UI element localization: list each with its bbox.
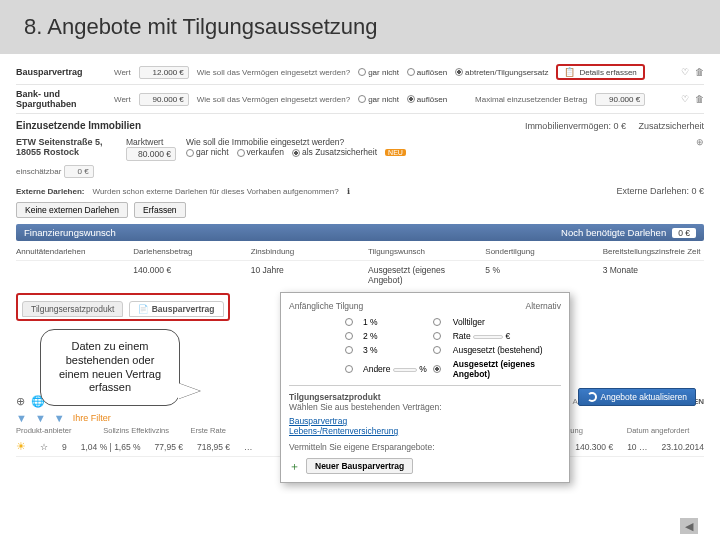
- bsv-value-label: Wert: [114, 68, 131, 77]
- tilgung-popup: Anfängliche Tilgung Alternativ 1 % Vollt…: [280, 292, 570, 483]
- spar-label: Bank- und Sparguthaben: [16, 89, 106, 109]
- annotation-callout: Daten zu einem bestehenden oder einem ne…: [40, 329, 180, 406]
- neu-badge: NEU: [385, 149, 406, 156]
- property-row: ETW Seitenstraße 5, 18055 Rostock Marktw…: [16, 133, 704, 165]
- delete-icon[interactable]: 🗑: [695, 94, 704, 104]
- finbar-right-label: Noch benötigte Darlehen: [561, 227, 666, 238]
- col-sondertilgung: Sondertilgung: [485, 247, 586, 256]
- spar-max-value[interactable]: 90.000 €: [595, 93, 645, 106]
- sun-icon: ☀: [16, 440, 26, 453]
- einschaetzen-label: einschätzbar: [16, 167, 61, 176]
- cell-rate: 77,95 €: [155, 442, 183, 452]
- popup-col1: Anfängliche Tilgung: [289, 301, 363, 311]
- cell-rank: 9: [62, 442, 67, 452]
- filter-icon[interactable]: ▼: [35, 412, 46, 424]
- property-address: ETW Seitenstraße 5, 18055 Rostock: [16, 137, 116, 157]
- col-zinsbindung: Zinsbindung: [251, 247, 352, 256]
- immo-question: Wie soll die Immobilie eingesetzt werden…: [186, 137, 344, 147]
- col-tilgung: Tilgungswunsch: [368, 247, 469, 256]
- bsv-value[interactable]: 12.000 €: [139, 66, 189, 79]
- spar-opt-aufloesen[interactable]: auflösen: [417, 95, 447, 104]
- opt-garnicht[interactable]: gar nicht: [368, 68, 399, 77]
- bsv-options[interactable]: gar nicht auflösen abtreten/Tilgungsersa…: [358, 68, 548, 77]
- slide-title: 8. Angebote mit Tilgungsaussetzung: [24, 14, 696, 40]
- opt-1pct[interactable]: 1 %: [363, 317, 427, 327]
- nav-back-button[interactable]: ◀: [680, 518, 698, 534]
- extd-summary: Externe Darlehen: 0 €: [616, 186, 704, 196]
- detail-icon[interactable]: ⊕: [696, 137, 704, 147]
- favorite-icon[interactable]: ☆: [40, 442, 48, 452]
- tab-bausparvertrag[interactable]: 📄 Bausparvertrag: [129, 301, 223, 317]
- cell-sondertilgung: 5 %: [485, 265, 586, 285]
- opt-andere[interactable]: Andere %: [363, 364, 427, 374]
- col-betrag: Darlehensbetrag: [133, 247, 234, 256]
- clipboard-icon: 📋: [564, 67, 575, 77]
- cell-betrag: 140.000 €: [133, 265, 234, 285]
- opt-2pct[interactable]: 2 %: [363, 331, 427, 341]
- cell-rest: 718,95 €: [197, 442, 230, 452]
- extd-label: Externe Darlehen:: [16, 187, 84, 196]
- einschaetzen-value[interactable]: 0 €: [64, 165, 94, 178]
- tabs-highlight: Tilgungsersatzprodukt 📄 Bausparvertrag: [16, 293, 230, 321]
- opt-abtreten[interactable]: abtreten/Tilgungsersatz: [465, 68, 548, 77]
- immo-summary-label: Immobilienvermögen:: [525, 121, 611, 131]
- darlehen-grid-header: Annuitätendarlehen Darlehensbetrag Zinsb…: [16, 241, 704, 261]
- link-bausparvertrag[interactable]: Bausparvertrag: [289, 416, 561, 426]
- row-sparguthaben: Bank- und Sparguthaben Wert 90.000 € Wie…: [16, 85, 704, 114]
- heart-icon[interactable]: ♡: [681, 67, 689, 77]
- cell-eff: 1,04 % | 1,65 %: [81, 442, 141, 452]
- filter-label: Ihre Filter: [73, 413, 111, 423]
- cell-bind: 10 …: [627, 442, 647, 452]
- immobilien-title: Einzusetzende Immobilien: [16, 114, 141, 133]
- marktwert-label: Marktwert: [126, 137, 163, 147]
- col-type: Annuitätendarlehen: [16, 247, 117, 256]
- darlehen-grid-row[interactable]: 140.000 € 10 Jahre Ausgesetzt (eigenes A…: [16, 261, 704, 289]
- cell-empty: …: [244, 442, 253, 452]
- add-icon[interactable]: ⊕: [16, 395, 25, 408]
- finbar-right-value: 0 €: [672, 228, 696, 238]
- opt-aus-eigenes[interactable]: Ausgesetzt (eigenes Angebot): [453, 359, 561, 379]
- opt-aus-bestehend[interactable]: Ausgesetzt (bestehend): [453, 345, 561, 355]
- filter-icon[interactable]: ▼: [16, 412, 27, 424]
- finbar-title: Finanzierungswunsch: [24, 227, 116, 238]
- spar-opt-garnicht[interactable]: gar nicht: [368, 95, 399, 104]
- spar-value-label: Wert: [114, 95, 131, 104]
- popup-choose-new: Vermitteln Sie eigene Ersparangebote:: [289, 442, 561, 452]
- spar-value[interactable]: 90.000 €: [139, 93, 189, 106]
- tab-tilgungsersatz[interactable]: Tilgungsersatzprodukt: [22, 301, 123, 317]
- btn-keine-externen[interactable]: Keine externen Darlehen: [16, 202, 128, 218]
- ext-darlehen-row: Externe Darlehen: Wurden schon externe D…: [16, 178, 704, 200]
- info-icon[interactable]: ℹ: [347, 187, 350, 196]
- callout-text: Daten zu einem bestehenden oder einem ne…: [40, 329, 180, 406]
- details-erfassen-highlight[interactable]: 📋 Details erfassen: [556, 64, 644, 80]
- finanzierungswunsch-bar: Finanzierungswunsch Noch benötigte Darle…: [16, 224, 704, 241]
- opt-volltilger[interactable]: Volltilger: [453, 317, 561, 327]
- bsv-question: Wie soll das Vermögen eingesetzt werden?: [197, 68, 350, 77]
- opt-rate[interactable]: Rate €: [453, 331, 561, 341]
- filter-icon[interactable]: ▼: [54, 412, 65, 424]
- reload-icon: [587, 392, 597, 402]
- spar-question: Wie soll das Vermögen eingesetzt werden?: [197, 95, 350, 104]
- opt-aufloesen[interactable]: auflösen: [417, 68, 447, 77]
- marktwert-value[interactable]: 80.000 €: [126, 147, 176, 161]
- immo-summary-value: 0 €: [613, 121, 626, 131]
- btn-angebote-aktualisieren[interactable]: Angebote aktualisieren: [578, 388, 696, 406]
- plus-icon[interactable]: ＋: [289, 459, 300, 474]
- heart-icon[interactable]: ♡: [681, 94, 689, 104]
- popup-col2: Alternativ: [526, 301, 561, 311]
- cell-zinsbindung: 10 Jahre: [251, 265, 352, 285]
- cell-bereitstellung: 3 Monate: [603, 265, 704, 285]
- immo-options[interactable]: gar nicht verkaufen als Zusatzsicherheit…: [186, 147, 406, 157]
- row-bausparvertrag: Bausparvertrag Wert 12.000 € Wie soll da…: [16, 60, 704, 85]
- btn-neuer-bsv[interactable]: Neuer Bausparvertrag: [306, 458, 413, 474]
- delete-icon[interactable]: 🗑: [695, 67, 704, 77]
- opt-3pct[interactable]: 3 %: [363, 345, 427, 355]
- spar-max-label: Maximal einzusetzender Betrag: [475, 95, 587, 104]
- cell-tilgung: Ausgesetzt (eigenes Angebot): [368, 265, 469, 285]
- link-lebensversicherung[interactable]: Lebens-/Rentenversicherung: [289, 426, 561, 436]
- app-content: Bausparvertrag Wert 12.000 € Wie soll da…: [0, 54, 720, 494]
- spar-options[interactable]: gar nicht auflösen: [358, 95, 447, 104]
- details-btn-label: Details erfassen: [579, 68, 636, 77]
- btn-erfassen[interactable]: Erfassen: [134, 202, 186, 218]
- immo-calc: Zusatzsicherheit: [638, 121, 704, 131]
